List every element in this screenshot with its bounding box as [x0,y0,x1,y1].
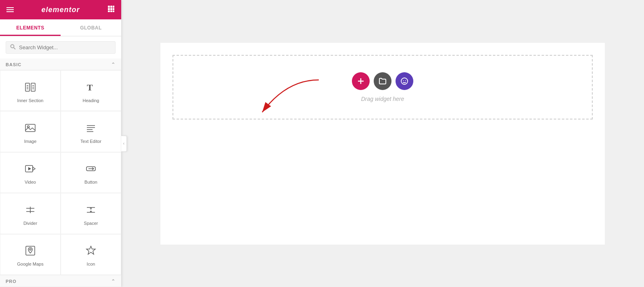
add-section-button[interactable] [352,72,370,90]
widget-button[interactable]: Button [61,152,121,193]
search-wrap [0,36,121,59]
basic-section-label[interactable]: BASIC ⌃ [0,59,121,70]
svg-rect-4 [110,8,112,10]
search-icon [10,44,16,51]
widget-image[interactable]: Image [0,111,61,152]
tab-elements[interactable]: ELEMENTS [0,19,61,36]
svg-rect-7 [110,10,112,12]
sidebar-tabs: ELEMENTS GLOBAL [0,19,121,36]
sidebar-header: elementor [0,0,121,19]
svg-rect-0 [108,6,110,8]
widget-inner-section-label: Inner Section [17,98,44,103]
tab-global[interactable]: GLOBAL [61,19,121,36]
svg-point-39 [29,249,31,250]
drop-zone-buttons [352,72,413,90]
svg-marker-27 [33,167,35,170]
grid-icon[interactable] [107,5,115,15]
drag-widget-text: Drag widget here [361,96,404,102]
heading-icon: T [84,80,98,94]
google-maps-icon [23,243,38,258]
elementor-logo: elementor [41,6,80,14]
drop-zone[interactable]: Drag widget here [173,55,593,119]
widget-button-label: Button [84,179,97,185]
image-icon [23,121,38,135]
divider-icon [23,203,38,217]
svg-rect-20 [25,124,35,132]
svg-marker-28 [28,167,31,170]
chevron-left-icon: ‹ [123,141,124,146]
sidebar: elementor ELEMENTS GLOBAL [0,0,121,287]
search-input[interactable] [19,44,111,50]
hamburger-menu-button[interactable] [6,7,14,12]
spacer-icon [84,203,98,217]
widget-icon-label: Icon [87,261,95,267]
search-box [6,41,116,54]
text-editor-icon [84,121,98,135]
svg-point-44 [403,80,404,81]
inner-section-icon [23,80,38,94]
svg-marker-40 [86,246,95,254]
arrow-annotation [254,76,327,124]
main-canvas: Drag widget here [121,0,644,287]
widget-image-label: Image [24,138,37,144]
svg-line-10 [14,48,15,49]
svg-rect-8 [113,10,114,12]
icon-icon [84,243,98,258]
basic-chevron-icon: ⌃ [111,62,116,67]
widget-heading-label: Heading [83,98,99,103]
widget-heading[interactable]: T Heading [61,70,121,111]
svg-rect-2 [113,6,114,8]
widget-divider[interactable]: Divider [0,193,61,234]
widget-spacer-label: Spacer [84,220,98,226]
svg-point-43 [401,78,408,84]
folder-button[interactable] [374,72,391,90]
svg-point-45 [405,80,406,81]
widget-inner-section[interactable]: Inner Section [0,70,61,111]
widget-text-editor-label: Text Editor [80,138,101,144]
pro-section-label[interactable]: PRO ⌃ [0,275,121,287]
svg-point-9 [11,45,14,48]
widget-google-maps-label: Google Maps [17,261,43,267]
widget-google-maps[interactable]: Google Maps [0,234,61,275]
svg-rect-3 [108,8,110,10]
pro-chevron-icon: ⌃ [111,279,116,284]
widget-video[interactable]: Video [0,152,61,193]
widget-video-label: Video [25,179,36,185]
widget-text-editor[interactable]: Text Editor [61,111,121,152]
emoji-button[interactable] [396,72,413,90]
widget-spacer[interactable]: Spacer [61,193,121,234]
widgets-grid: Inner Section T Heading Image [0,70,121,275]
button-icon [84,161,98,176]
svg-rect-6 [108,10,110,12]
collapse-handle[interactable]: ‹ [121,136,127,152]
svg-rect-5 [113,8,114,10]
canvas-area: Drag widget here [160,43,605,245]
widget-divider-label: Divider [23,220,37,226]
svg-text:T: T [87,82,93,92]
svg-rect-1 [110,6,112,8]
video-icon [23,161,38,176]
widget-icon[interactable]: Icon [61,234,121,275]
